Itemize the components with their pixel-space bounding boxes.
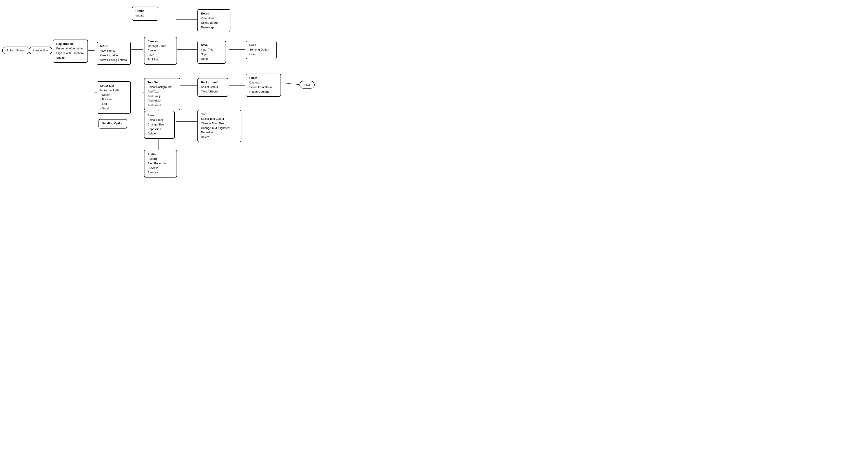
- main-node: MAIN View Profile Creating letter View E…: [97, 42, 131, 65]
- text-item-1: Select Text Colour: [201, 117, 238, 121]
- send-item-1: Sending Option: [249, 47, 273, 52]
- audio-item-1: Record: [148, 157, 174, 161]
- save-item-2: Sign: [201, 52, 222, 57]
- filter-node: Filter: [300, 81, 315, 89]
- letter-list-node: Letter List Individual Letter - Delete -…: [97, 81, 131, 113]
- main-item-2: Creating letter: [100, 53, 127, 58]
- sending-option-letter-title: Sending Option: [102, 122, 124, 125]
- emoji-item-3: Reposition: [148, 127, 171, 132]
- toolset-title: Tool Set: [148, 80, 177, 84]
- profile-item-1: update: [135, 13, 155, 18]
- audio-node: Audio Record Stop Recording Preview Remo…: [144, 150, 177, 177]
- letter-list-item-4: - Send: [100, 106, 127, 111]
- background-item-1: Select Colour: [201, 85, 225, 90]
- text-item-2: Change Font Size: [201, 121, 238, 126]
- registration-item-2: Sign in with Facebook: [56, 51, 85, 56]
- text-item-3: Change Text Alignment: [201, 126, 238, 131]
- registration-item-1: Personal Information: [56, 46, 85, 51]
- main-item-3: View Existing Letters: [100, 58, 127, 62]
- canvas-item-2: Cancel: [148, 48, 174, 53]
- main-title: MAIN: [100, 44, 127, 48]
- emoji-title: Emoji: [148, 113, 171, 117]
- board-item-1: View Board: [201, 16, 227, 21]
- background-title: Background: [201, 80, 225, 84]
- audio-item-2: Stop Recording: [148, 161, 174, 166]
- toolset-node: Tool Set Select Background Add Text Add …: [144, 78, 180, 110]
- photo-item-3: Rotate Camera: [249, 90, 277, 94]
- registration-item-3: Submit: [56, 56, 85, 60]
- text-item-4: Reposition: [201, 130, 238, 135]
- toolset-item-1: Select Background: [148, 85, 177, 90]
- background-node: Background Select Colour Take A Photo: [197, 78, 228, 97]
- canvas-item-1: Manage Board: [148, 44, 174, 48]
- audio-item-3: Preview: [148, 166, 174, 170]
- send-item-2: Later: [249, 52, 273, 57]
- diagram: Splash Screen Introduction Registration …: [0, 0, 434, 232]
- letter-list-item-0: Individual Letter: [100, 88, 127, 93]
- registration-node: Registration Personal Information Sign i…: [53, 39, 88, 63]
- letter-list-item-2: - Preview: [100, 97, 127, 102]
- text-item-5: Delete: [201, 135, 238, 139]
- photo-title: Photo: [249, 76, 277, 79]
- canvas-title: Canvas: [148, 39, 174, 43]
- profile-node: Profile update: [132, 7, 158, 21]
- board-node: Board View Board Delete Board Rearrange: [197, 9, 230, 32]
- introduction-label: Introduction: [33, 49, 48, 52]
- board-item-2: Delete Board: [201, 21, 227, 25]
- save-node: Save Input Title Sign Done: [197, 41, 226, 64]
- audio-item-4: Remove: [148, 170, 174, 175]
- svg-line-17: [278, 82, 299, 85]
- toolset-item-4: Add Audio: [148, 98, 177, 103]
- audio-title: Audio: [148, 153, 174, 156]
- emoji-item-4: Delete: [148, 131, 171, 136]
- save-title: Save: [201, 43, 222, 46]
- toolset-item-5: Add Board: [148, 103, 177, 108]
- toolset-item-2: Add Text: [148, 90, 177, 94]
- send-node: Send Sending Option Later: [246, 41, 277, 59]
- photo-item-2: Select from Album: [249, 85, 277, 90]
- canvas-item-3: Save: [148, 53, 174, 58]
- board-item-3: Rearrange: [201, 25, 227, 30]
- send-title: Send: [249, 43, 273, 46]
- save-item-1: Input Title: [201, 47, 222, 52]
- background-item-2: Take A Photo: [201, 90, 225, 94]
- sending-option-letter-node: Sending Option: [98, 119, 127, 129]
- profile-title: Profile: [135, 9, 155, 12]
- letter-list-item-3: - Edit: [100, 102, 127, 106]
- emoji-item-1: Select Emoji: [148, 118, 171, 122]
- splash-screen-node: Splash Screen: [2, 46, 30, 54]
- canvas-node: Canvas Manage Board Cancel Save Tool Set: [144, 37, 177, 65]
- board-title: Board: [201, 12, 227, 15]
- text-title: Text: [201, 112, 238, 116]
- filter-label: Filter: [304, 83, 310, 86]
- splash-screen-label: Splash Screen: [7, 49, 25, 52]
- emoji-item-2: Change Size: [148, 122, 171, 127]
- letter-list-item-1: - Delete: [100, 93, 127, 97]
- emoji-node: Emoji Select Emoji Change Size Repositio…: [144, 111, 175, 139]
- photo-node: Photo Capture Select from Album Rotate C…: [246, 74, 281, 97]
- photo-item-1: Capture: [249, 80, 277, 85]
- text-node: Text Select Text Colour Change Font Size…: [197, 110, 241, 142]
- registration-title: Registration: [56, 42, 85, 45]
- toolset-item-3: Add Emoji: [148, 94, 177, 99]
- main-item-1: View Profile: [100, 48, 127, 53]
- letter-list-title: Letter List: [100, 84, 127, 87]
- save-item-3: Done: [201, 57, 222, 61]
- canvas-item-4: Tool Set: [148, 57, 174, 62]
- introduction-node: Introduction: [29, 46, 52, 54]
